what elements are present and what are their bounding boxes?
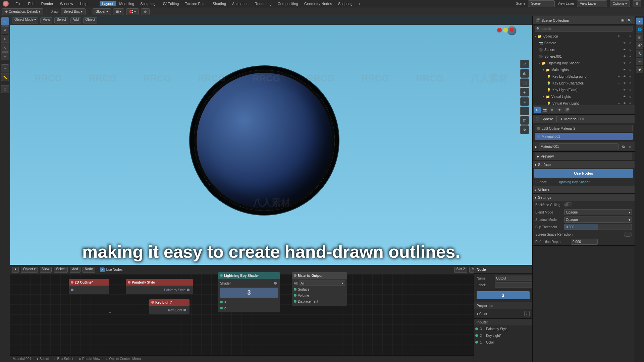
tree-key-char[interactable]: 💡 Key Light (Character) ✦ 👁 ⊙ — [533, 80, 635, 86]
surface-header[interactable]: ▾ Surface — [533, 161, 635, 168]
menu-file[interactable]: File — [14, 1, 23, 6]
tree-key-bg[interactable]: 💡 Key Light (Background) ✦ 👁 ⊙ — [533, 73, 635, 80]
nrp-color-options[interactable]: ⋮ — [524, 311, 530, 316]
ml-eye[interactable]: 👁 — [622, 67, 627, 72]
tree-sphere001[interactable]: ⚫ Sphere.001 👁 ⊙ — [533, 53, 635, 60]
mat-close-btn[interactable]: ✕ — [627, 144, 633, 149]
collection-render[interactable]: ⊙ — [628, 34, 633, 39]
tab-rendering[interactable]: Rendering — [252, 1, 274, 6]
search-box[interactable]: 🔍 Search... — [535, 26, 633, 32]
tree-lbs-collection[interactable]: ▾ 📁 Lightning Boy Shader 👁 ⊙ — [533, 60, 635, 66]
ke-eye[interactable]: 👁 — [622, 87, 627, 92]
kch-star[interactable]: ✦ — [616, 81, 621, 85]
blend-value[interactable]: Opaque ▾ — [564, 209, 632, 215]
tab-modeling[interactable]: Modeling — [117, 1, 137, 6]
viewport-zoom-btn[interactable]: ◫ — [520, 116, 529, 125]
node-painterly[interactable]: Painterly Style Painterly Style — [126, 279, 193, 294]
ne-node-btn[interactable]: Node — [83, 267, 95, 273]
view-btn[interactable]: View — [40, 17, 52, 23]
use-nodes-btn[interactable]: Use Nodes — [534, 169, 633, 178]
move-tool[interactable]: ✥ — [1, 26, 9, 34]
icon-physics[interactable]: ⚡ — [636, 66, 643, 73]
nrp-label-input[interactable] — [495, 282, 532, 288]
tab-add[interactable]: + — [356, 1, 363, 6]
clip-value[interactable]: 0.500 — [564, 224, 632, 230]
annotate-tool[interactable]: ✏ — [1, 64, 9, 72]
object-btn[interactable]: Object — [83, 17, 98, 23]
viewport-overlay-btn[interactable]: ≡ — [520, 97, 529, 106]
kbg-star[interactable]: ✦ — [616, 74, 621, 79]
ne-select-btn[interactable]: Select — [54, 267, 68, 273]
backface-toggle[interactable] — [564, 202, 572, 207]
menu-window[interactable]: Window — [59, 1, 74, 6]
dot-close[interactable] — [509, 28, 514, 33]
viewport-shading-btn-1[interactable]: ⊙ — [520, 60, 529, 68]
add-btn[interactable]: Add — [70, 17, 81, 23]
icon-material[interactable]: ● — [636, 17, 643, 25]
tab-sculpting[interactable]: Sculpting — [138, 1, 158, 6]
icon-particles[interactable]: ✦ — [636, 58, 643, 65]
vp-star[interactable]: ✦ — [616, 101, 621, 105]
viewport-shading-btn-4[interactable]: ◈ — [520, 88, 529, 97]
menu-render[interactable]: Render — [40, 1, 55, 6]
node-material-output[interactable]: Material Output All All ▾ Surface — [292, 272, 347, 306]
ke-render[interactable]: ⊙ — [628, 87, 633, 92]
volume-header[interactable]: ▸ Volume — [533, 186, 635, 193]
scale-tool[interactable]: ⤡ — [1, 44, 9, 52]
tree-vpoint[interactable]: 💡 Virtual Point Light ✦ 👁 ⊙ — [533, 100, 635, 105]
tab-shading[interactable]: Shading — [210, 1, 229, 6]
sphere-render[interactable]: ⊙ — [628, 47, 633, 52]
camera-render[interactable]: ⊙ — [628, 41, 633, 45]
object-mode-dropdown[interactable]: Object Mode ▾ — [12, 17, 38, 23]
select-btn[interactable]: Select — [54, 17, 68, 23]
nrp-name-input[interactable] — [495, 276, 532, 281]
ne-view-btn[interactable]: View — [40, 267, 52, 273]
prop-icon-output[interactable]: 🖥 — [549, 107, 555, 113]
ne-slot-dropdown[interactable]: Slot 2 — [454, 267, 468, 273]
use-nodes-toggle[interactable]: ✓ Use Nodes — [100, 267, 122, 272]
tab-texture-paint[interactable]: Texture Paint — [182, 1, 209, 6]
lbs-render[interactable]: ⊙ — [628, 61, 633, 65]
vp-eye[interactable]: 👁 — [622, 101, 627, 105]
tab-layout[interactable]: Layout — [100, 1, 116, 6]
node-2d-outline[interactable]: 2D Outline* — [69, 279, 109, 294]
icon-constraints[interactable]: 🔗 — [636, 42, 643, 49]
prop-icon-active[interactable]: ⊙ — [534, 107, 541, 113]
vp-render[interactable]: ⊙ — [628, 101, 633, 105]
refract-value[interactable]: 0.000 — [571, 239, 598, 245]
sphere-eye[interactable]: 👁 — [622, 47, 627, 52]
prop-icon-scene[interactable]: 🎬 — [564, 107, 570, 113]
ne-type-icon[interactable]: ● — [12, 267, 19, 273]
tree-collection[interactable]: ▾ 📁 Collection 👁 ○ ⊙ — [533, 33, 635, 40]
menu-edit[interactable]: Edit — [27, 1, 36, 6]
tree-sphere[interactable]: ⚫ Sphere 👁 ⊙ — [533, 46, 635, 53]
tree-key-extra[interactable]: 💡 Key Light (Extra) 👁 ⊙ — [533, 86, 635, 93]
transform-btn[interactable]: ⊞ ▾ — [113, 8, 124, 15]
transform-tool[interactable]: ⊹ — [1, 52, 9, 60]
rotate-tool[interactable]: ↻ — [1, 35, 9, 43]
kch-render[interactable]: ⊙ — [628, 81, 633, 85]
shadow-value[interactable]: Opaque ▾ — [564, 217, 632, 223]
vl-render[interactable]: ⊙ — [628, 94, 633, 99]
filter-btn[interactable]: ⊞ — [633, 0, 641, 7]
viewport-shading-btn-3[interactable]: ⬛ — [520, 78, 529, 87]
scene-dropdown[interactable]: Scene — [528, 0, 555, 7]
menu-help[interactable]: Help — [78, 1, 89, 6]
kbg-eye[interactable]: 👁 — [622, 74, 627, 79]
orientation-dropdown[interactable]: ⊕ Orientation: Default ▾ — [2, 8, 43, 15]
kch-eye[interactable]: 👁 — [622, 81, 627, 85]
ne-add-btn[interactable]: Add — [70, 267, 80, 273]
prop-icon-render[interactable]: 📷 — [541, 107, 548, 113]
collection-hide[interactable]: ○ — [622, 34, 627, 39]
sphere001-eye[interactable]: 👁 — [622, 54, 627, 59]
node-keylight[interactable]: Key Light* Key Light — [149, 299, 190, 314]
snap-btn[interactable]: 🧲 ▾ — [126, 8, 139, 15]
tab-geometry-nodes[interactable]: Geometry Nodes — [302, 1, 335, 6]
tree-virtual-lights[interactable]: ▾ 📁 Virtual Lights 👁 ⊙ — [533, 93, 635, 100]
tab-animation[interactable]: Animation — [229, 1, 251, 6]
select-box-dropdown[interactable]: Select Box ▾ — [61, 8, 86, 15]
surface-field-value[interactable]: Lightning Boy Shader — [557, 180, 590, 184]
proportional-btn[interactable]: ⊙ — [141, 8, 150, 15]
lbs-eye[interactable]: 👁 — [622, 61, 627, 65]
sphere001-render[interactable]: ⊙ — [628, 54, 633, 59]
